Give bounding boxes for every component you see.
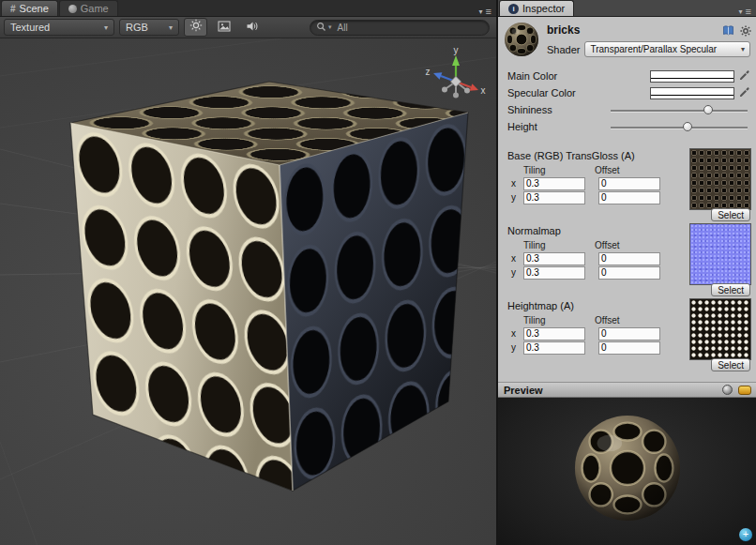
search-filter-label: All (338, 23, 348, 33)
search-field[interactable]: ▾ All (310, 20, 490, 36)
gear-icon[interactable] (740, 23, 751, 40)
slider-track[interactable] (611, 110, 748, 113)
lighting-toggle-button[interactable] (184, 18, 207, 37)
scene-grid-icon: # (10, 4, 16, 14)
search-icon (316, 19, 326, 36)
inspector-body: bricks Shader Transparent/Parallax Specu… (498, 17, 756, 382)
search-filter-dropdown-icon[interactable]: ▾ (328, 23, 332, 31)
cube-object[interactable] (0, 38, 496, 545)
shader-dropdown[interactable]: Transparent/Parallax Specular ▾ (584, 41, 750, 57)
offset-x-input[interactable] (598, 177, 660, 190)
tab-scene-label: Scene (20, 3, 49, 14)
tab-inspector[interactable]: i Inspector (499, 0, 574, 16)
y-axis-label: y (511, 342, 523, 353)
search-input[interactable] (350, 22, 483, 34)
panel-menu-icon[interactable]: ≡ (486, 7, 491, 16)
offset-header: Offset (595, 240, 620, 250)
shininess-label: Shininess (507, 104, 611, 115)
select-texture-button[interactable]: Select (711, 358, 750, 371)
inspector-panel-menu: ▾ ≡ (739, 7, 756, 16)
heightmap-thumbnail[interactable] (690, 299, 750, 359)
offset-x-input[interactable] (598, 327, 660, 341)
preview-header[interactable]: Preview (498, 382, 756, 398)
tiling-x-input[interactable] (523, 252, 585, 265)
inspector-pane: i Inspector ▾ ≡ (498, 0, 756, 545)
preview-panel: Preview (498, 382, 756, 545)
preview-mesh-icon[interactable] (722, 385, 733, 395)
offset-x-input[interactable] (598, 252, 660, 265)
sun-icon (189, 19, 203, 36)
scene-tabbar: # Scene Game ▾ ≡ (0, 0, 496, 17)
y-axis-label: y (511, 267, 523, 278)
panel-menu-icon[interactable]: ≡ (746, 7, 751, 16)
tiling-x-input[interactable] (523, 327, 585, 341)
offset-header: Offset (595, 315, 620, 325)
panel-dropdown-icon[interactable]: ▾ (479, 8, 483, 16)
shininess-slider[interactable] (611, 104, 748, 116)
slider-thumb[interactable] (683, 122, 692, 131)
orientation-gizmo[interactable]: y x z (421, 44, 491, 110)
material-ball-icon (504, 22, 539, 57)
preview-light-icon[interactable] (738, 386, 751, 395)
audio-toggle-button[interactable] (240, 18, 264, 37)
tab-inspector-label: Inspector (522, 3, 565, 14)
base-texture-thumbnail[interactable] (690, 149, 750, 209)
eyedropper-icon[interactable] (738, 86, 750, 100)
slider-track[interactable] (611, 127, 748, 129)
tiling-y-input[interactable] (523, 266, 585, 280)
y-axis-label: y (511, 192, 523, 203)
tab-game[interactable]: Game (59, 0, 118, 16)
main-color-row: Main Color (498, 68, 756, 84)
tab-scene[interactable]: # Scene (1, 0, 58, 16)
texture-section-normalmap: Normalmap Tiling Offset x y (498, 225, 756, 285)
height-slider[interactable] (611, 121, 748, 133)
material-preview-sphere (572, 413, 683, 523)
specular-color-swatch[interactable] (650, 87, 734, 99)
main-color-label: Main Color (507, 70, 650, 82)
help-book-icon[interactable] (722, 23, 734, 40)
material-header: bricks Shader Transparent/Parallax Specu… (498, 17, 756, 62)
scene-panel-menu: ▾ ≡ (479, 7, 496, 16)
gizmo-z-label: z (426, 67, 431, 77)
offset-y-input[interactable] (598, 191, 660, 204)
chevron-down-icon: ▾ (169, 23, 173, 32)
height-label: Height (507, 121, 611, 132)
normalmap-thumbnail[interactable] (690, 224, 750, 284)
tiling-header: Tiling (523, 165, 595, 175)
tiling-header: Tiling (523, 240, 595, 250)
offset-header: Offset (595, 165, 620, 175)
x-axis-label: x (511, 328, 523, 339)
offset-y-input[interactable] (598, 266, 660, 280)
tiling-y-input[interactable] (523, 341, 585, 355)
select-texture-button[interactable]: Select (711, 208, 750, 221)
tiling-x-input[interactable] (523, 177, 585, 190)
render-mode-value: RGB (126, 22, 148, 33)
slider-thumb[interactable] (703, 105, 713, 114)
scene-fx-toggle-button[interactable] (212, 18, 235, 37)
x-axis-label: x (511, 178, 523, 189)
image-icon (218, 19, 231, 36)
preview-add-button[interactable]: + (739, 528, 752, 541)
render-mode-dropdown[interactable]: RGB ▾ (119, 19, 179, 36)
gizmo-y-label: y (454, 45, 459, 55)
scene-viewport[interactable]: y x z (0, 38, 496, 545)
unity-editor-window: # Scene Game ▾ ≡ Textured ▾ RGB ▾ (0, 0, 756, 545)
info-icon: i (508, 4, 519, 14)
preview-body: + (498, 398, 756, 545)
specular-color-label: Specular Color (507, 87, 650, 98)
preview-title: Preview (504, 385, 543, 396)
draw-mode-dropdown[interactable]: Textured ▾ (4, 19, 114, 36)
main-color-swatch[interactable] (650, 70, 734, 83)
texture-section-base: Base (RGB) TransGloss (A) Tiling Offset … (498, 150, 756, 210)
draw-mode-value: Textured (10, 22, 50, 33)
offset-y-input[interactable] (598, 341, 660, 355)
speaker-icon (246, 19, 259, 36)
texture-section-heightmap: Heightmap (A) Tiling Offset x y (498, 300, 756, 360)
specular-color-row: Specular Color (498, 84, 756, 101)
select-texture-button[interactable]: Select (711, 283, 750, 296)
tiling-y-input[interactable] (523, 191, 585, 204)
height-row: Height (498, 118, 756, 135)
panel-dropdown-icon[interactable]: ▾ (739, 8, 743, 16)
inspector-tabbar: i Inspector ▾ ≡ (498, 0, 756, 17)
eyedropper-icon[interactable] (738, 69, 750, 83)
